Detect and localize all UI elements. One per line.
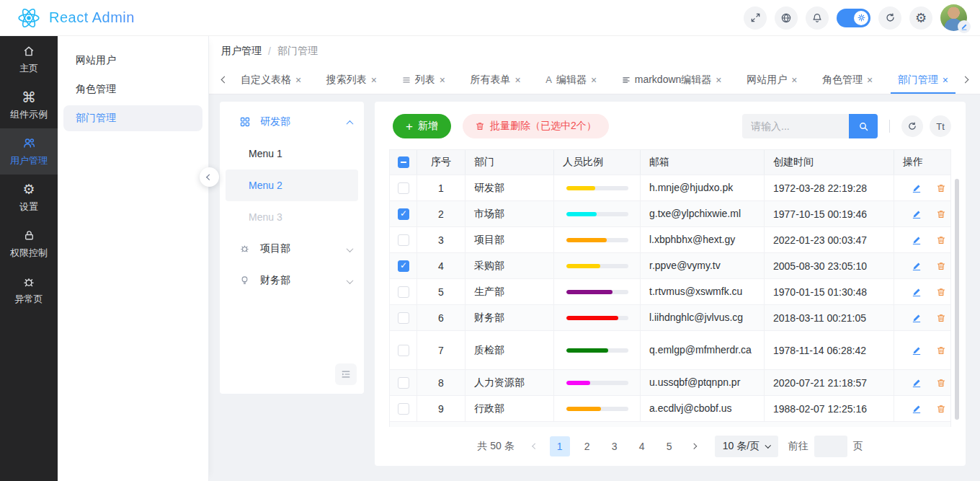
tree-node-rd-dept[interactable]: 研发部	[220, 106, 364, 138]
tree-node-menu-1[interactable]: Menu 1	[226, 138, 358, 169]
app-title: React Admin	[49, 9, 135, 26]
fullscreen-icon[interactable]	[744, 6, 767, 30]
tree-node-finance-dept[interactable]: 财务部	[220, 265, 364, 296]
submenu-item-site-users[interactable]: 网站用户	[63, 48, 202, 74]
settings-gear-icon[interactable]: ⚙	[909, 6, 932, 30]
submenu-collapse-button[interactable]	[200, 167, 219, 187]
theme-toggle[interactable]	[837, 9, 870, 27]
progress-bar	[566, 186, 628, 190]
sidebar-item-label: 权限控制	[10, 247, 48, 260]
edit-icon[interactable]	[912, 235, 922, 245]
close-icon[interactable]: ×	[440, 75, 445, 85]
tree-node-project-dept[interactable]: 项目部	[220, 233, 364, 265]
pagination-next-icon[interactable]	[685, 436, 703, 456]
row-checkbox[interactable]	[398, 377, 409, 389]
sidebar-item-exceptions[interactable]: 异常页	[0, 267, 58, 313]
tab-department-management[interactable]: 部门管理 ×	[891, 66, 956, 94]
search-input[interactable]	[742, 114, 849, 138]
delete-icon[interactable]	[936, 345, 946, 356]
close-icon[interactable]: ×	[791, 75, 797, 85]
delete-icon[interactable]	[936, 378, 946, 388]
close-icon[interactable]: ×	[867, 75, 873, 85]
user-avatar[interactable]	[940, 4, 967, 31]
delete-icon[interactable]	[936, 287, 946, 297]
delete-icon[interactable]	[936, 313, 946, 323]
tab-bar: 自定义表格 × 搜索列表 × 列表 × 所有表单 ×	[209, 66, 980, 94]
row-checkbox[interactable]	[398, 182, 409, 194]
row-checkbox[interactable]	[398, 403, 409, 415]
progress-bar	[566, 407, 628, 411]
row-checkbox[interactable]	[398, 286, 409, 298]
add-button[interactable]: + 新增	[393, 114, 451, 138]
tab-all-forms[interactable]: 所有表单 ×	[463, 66, 527, 94]
page-size-select[interactable]: 10 条/页	[715, 436, 778, 457]
close-icon[interactable]: ×	[716, 75, 721, 85]
plus-icon: +	[406, 120, 413, 133]
edit-icon[interactable]	[912, 378, 922, 388]
sidebar-item-components[interactable]: ⌘ 组件示例	[0, 82, 58, 128]
close-icon[interactable]: ×	[591, 75, 597, 85]
sidebar-item-home[interactable]: 主页	[0, 36, 58, 82]
edit-icon[interactable]	[912, 345, 922, 356]
edit-icon[interactable]	[912, 183, 922, 193]
delete-icon[interactable]	[936, 209, 946, 219]
row-checkbox[interactable]	[398, 260, 409, 272]
department-tree-panel: 研发部 Menu 1 Menu 2 Menu 3 项目部	[220, 102, 364, 394]
pagination-page-1[interactable]: 1	[550, 436, 570, 456]
pagination-page-2[interactable]: 2	[577, 436, 597, 456]
close-icon[interactable]: ×	[295, 75, 301, 85]
notifications-bell-icon[interactable]	[806, 6, 829, 30]
sidebar-item-user-management[interactable]: 用户管理	[0, 128, 58, 175]
tree-collapse-button[interactable]	[335, 363, 357, 385]
search-button[interactable]	[849, 114, 878, 138]
tab-role-management[interactable]: 角色管理 ×	[815, 66, 880, 94]
pagination-prev-icon[interactable]	[526, 436, 545, 456]
tab-list[interactable]: 列表 ×	[395, 66, 453, 94]
language-icon[interactable]	[775, 6, 798, 30]
row-checkbox[interactable]	[398, 208, 409, 220]
submenu-item-role-management[interactable]: 角色管理	[63, 76, 202, 102]
goto-page-input[interactable]	[814, 436, 847, 457]
tab-custom-table[interactable]: 自定义表格 ×	[233, 66, 308, 94]
tree-node-menu-2[interactable]: Menu 2	[226, 169, 358, 201]
tab-markdown-editor[interactable]: markdown编辑器 ×	[615, 66, 729, 94]
submenu-item-department-management[interactable]: 部门管理	[63, 105, 202, 131]
breadcrumb-item[interactable]: 用户管理	[221, 45, 262, 58]
edit-icon[interactable]	[912, 404, 922, 414]
progress-bar	[566, 290, 628, 294]
pagination-total: 共 50 条	[477, 440, 514, 453]
list-icon	[402, 76, 411, 84]
sidebar-item-permissions[interactable]: 权限控制	[0, 221, 58, 267]
close-icon[interactable]: ×	[514, 75, 520, 85]
delete-icon[interactable]	[936, 183, 946, 193]
select-all-checkbox[interactable]	[398, 156, 409, 168]
edit-icon[interactable]	[912, 261, 922, 271]
refresh-icon[interactable]	[878, 6, 901, 30]
chevron-up-icon	[347, 116, 352, 128]
batch-delete-button[interactable]: 批量删除（已选中2个）	[463, 114, 609, 138]
tabs-scroll-left-icon[interactable]	[215, 66, 233, 94]
pagination-page-4[interactable]: 4	[632, 436, 652, 456]
tab-site-users[interactable]: 网站用户 ×	[739, 66, 804, 94]
close-icon[interactable]: ×	[943, 75, 948, 85]
close-icon[interactable]: ×	[371, 75, 377, 85]
row-checkbox[interactable]	[398, 234, 409, 246]
table-scrollbar[interactable]	[955, 179, 959, 420]
delete-icon[interactable]	[936, 404, 946, 414]
pagination-page-5[interactable]: 5	[659, 436, 680, 456]
tree-node-menu-3[interactable]: Menu 3	[226, 201, 358, 233]
tabs-scroll-right-icon[interactable]	[956, 66, 974, 94]
text-size-icon[interactable]: Tt	[930, 115, 951, 137]
delete-icon[interactable]	[936, 261, 946, 271]
tab-search-list[interactable]: 搜索列表 ×	[319, 66, 384, 94]
edit-icon[interactable]	[912, 313, 922, 323]
row-checkbox[interactable]	[398, 345, 409, 356]
tab-editor[interactable]: A 编辑器 ×	[538, 66, 604, 94]
sidebar-item-settings[interactable]: ⚙ 设置	[0, 175, 58, 221]
edit-icon[interactable]	[912, 209, 922, 219]
delete-icon[interactable]	[936, 235, 946, 245]
pagination-page-3[interactable]: 3	[605, 436, 625, 456]
row-checkbox[interactable]	[398, 312, 409, 324]
table-refresh-icon[interactable]	[901, 115, 923, 137]
edit-icon[interactable]	[912, 287, 922, 297]
